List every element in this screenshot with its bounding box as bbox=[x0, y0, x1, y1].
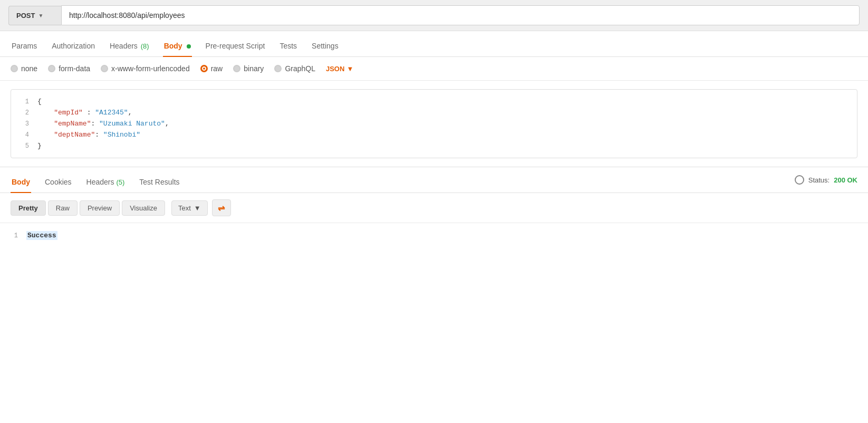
body-options: none form-data x-www-form-urlencoded raw… bbox=[0, 57, 868, 81]
option-binary[interactable]: binary bbox=[233, 64, 264, 73]
text-dropdown[interactable]: Text ▼ bbox=[171, 200, 208, 216]
url-input[interactable] bbox=[61, 5, 860, 25]
status-label: Status: bbox=[808, 176, 830, 184]
option-form-data[interactable]: form-data bbox=[48, 64, 90, 73]
format-dropdown-chevron: ▼ bbox=[346, 65, 353, 73]
text-dropdown-label: Text bbox=[178, 204, 191, 212]
text-dropdown-chevron: ▼ bbox=[194, 204, 201, 212]
response-tab-headers[interactable]: Headers (5) bbox=[85, 174, 126, 193]
wrap-icon: ⇌ bbox=[218, 203, 225, 213]
line-num-5: 5 bbox=[11, 142, 37, 150]
tab-authorization[interactable]: Authorization bbox=[51, 37, 96, 56]
line-num-1: 1 bbox=[11, 98, 37, 105]
val-empName: "Uzumaki Naruto" bbox=[99, 120, 165, 128]
code-brace-close: } bbox=[37, 142, 42, 150]
radio-urlencoded bbox=[101, 65, 108, 72]
status-area: Status: 200 OK bbox=[795, 175, 857, 191]
key-deptName: "deptName" bbox=[54, 131, 95, 139]
response-line-1: 1 Success bbox=[0, 229, 868, 242]
line-num-3: 3 bbox=[11, 120, 37, 128]
key-empId: "empId" bbox=[54, 109, 83, 117]
option-graphql[interactable]: GraphQL bbox=[274, 64, 315, 73]
val-empId: "A12345" bbox=[95, 109, 128, 117]
json-format-label: JSON bbox=[326, 65, 344, 73]
format-dropdown[interactable]: JSON ▼ bbox=[326, 65, 353, 73]
wrap-button[interactable]: ⇌ bbox=[212, 199, 231, 216]
tab-headers[interactable]: Headers (8) bbox=[109, 37, 150, 56]
status-value: 200 OK bbox=[834, 176, 857, 184]
radio-none bbox=[11, 65, 18, 72]
line-num-4: 4 bbox=[11, 131, 37, 139]
response-tab-cookies[interactable]: Cookies bbox=[44, 174, 73, 193]
headers-badge: (8) bbox=[141, 42, 149, 50]
code-line-3: 3 "empName": "Uzumaki Naruto", bbox=[11, 118, 857, 129]
response-tab-body[interactable]: Body bbox=[11, 174, 31, 193]
code-editor[interactable]: 1 { 2 "empId" : "A12345", 3 "empName": "… bbox=[11, 89, 857, 158]
tab-body[interactable]: Body bbox=[163, 37, 192, 56]
response-format-bar: Pretty Raw Preview Visualize Text ▼ ⇌ bbox=[0, 193, 868, 223]
request-tab-bar: Params Authorization Headers (8) Body Pr… bbox=[0, 31, 868, 57]
code-line-2: 2 "empId" : "A12345", bbox=[11, 107, 857, 118]
radio-form-data bbox=[48, 65, 55, 72]
option-urlencoded[interactable]: x-www-form-urlencoded bbox=[101, 64, 190, 73]
code-brace-open: { bbox=[37, 98, 42, 105]
method-selector[interactable]: POST ▼ bbox=[8, 6, 61, 25]
response-headers-badge: (5) bbox=[116, 178, 124, 186]
val-deptName: "Shinobi" bbox=[103, 131, 140, 139]
response-tab-bar: Body Cookies Headers (5) Test Results St… bbox=[0, 167, 868, 193]
format-btn-preview[interactable]: Preview bbox=[80, 200, 120, 216]
code-line-4: 4 "deptName": "Shinobi" bbox=[11, 129, 857, 140]
radio-graphql bbox=[274, 65, 282, 72]
response-line-num-1: 1 bbox=[0, 232, 26, 239]
format-btn-raw[interactable]: Raw bbox=[48, 200, 78, 216]
code-line-1: 1 { bbox=[11, 96, 857, 107]
radio-binary bbox=[233, 65, 240, 72]
response-tab-test-results[interactable]: Test Results bbox=[138, 174, 180, 193]
tab-tests[interactable]: Tests bbox=[278, 37, 298, 56]
option-raw[interactable]: raw bbox=[200, 64, 223, 73]
tab-params[interactable]: Params bbox=[11, 37, 38, 56]
code-content: 1 { 2 "empId" : "A12345", 3 "empName": "… bbox=[11, 90, 857, 158]
globe-icon bbox=[795, 175, 804, 185]
url-bar: POST ▼ bbox=[0, 0, 868, 31]
response-success-text: Success bbox=[26, 231, 57, 240]
body-active-dot bbox=[187, 44, 191, 49]
radio-raw bbox=[200, 65, 208, 72]
code-line-5: 5 } bbox=[11, 140, 857, 151]
line-num-2: 2 bbox=[11, 109, 37, 117]
tab-settings[interactable]: Settings bbox=[311, 37, 340, 56]
response-body: 1 Success bbox=[0, 223, 868, 248]
tab-prerequest[interactable]: Pre-request Script bbox=[205, 37, 266, 56]
response-section: Body Cookies Headers (5) Test Results St… bbox=[0, 167, 868, 248]
format-btn-pretty[interactable]: Pretty bbox=[11, 200, 46, 216]
method-label: POST bbox=[16, 12, 35, 20]
method-chevron-icon: ▼ bbox=[38, 13, 43, 18]
format-btn-visualize[interactable]: Visualize bbox=[122, 200, 165, 216]
app-container: POST ▼ Params Authorization Headers (8) … bbox=[0, 0, 868, 423]
key-empName: "empName" bbox=[54, 120, 91, 128]
option-none[interactable]: none bbox=[11, 64, 37, 73]
